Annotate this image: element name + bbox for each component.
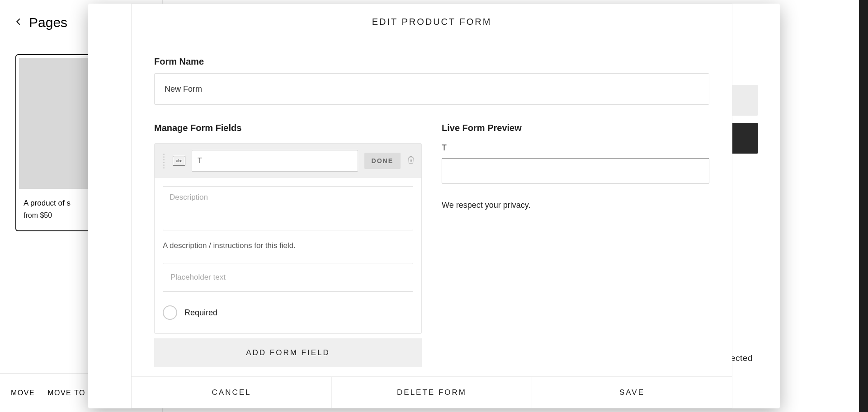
back-chevron-icon[interactable] bbox=[14, 17, 24, 28]
required-toggle[interactable] bbox=[163, 305, 177, 320]
drag-handle-icon[interactable] bbox=[161, 154, 166, 169]
description-hint: A description / instructions for this fi… bbox=[163, 241, 413, 250]
preview-field-label: T bbox=[442, 143, 709, 153]
modal-title: EDIT PRODUCT FORM bbox=[132, 4, 732, 40]
privacy-note: We respect your privacy. bbox=[442, 201, 709, 210]
move-to-button[interactable]: MOVE TO bbox=[47, 389, 85, 397]
field-type-text-icon[interactable]: abc bbox=[173, 156, 185, 166]
live-preview-heading: Live Form Preview bbox=[442, 123, 709, 133]
right-dark-strip bbox=[859, 0, 868, 412]
field-editor: abc DONE A description / instructions fo… bbox=[154, 143, 422, 334]
required-row: Required bbox=[163, 305, 413, 320]
form-name-input[interactable] bbox=[154, 73, 709, 105]
delete-form-button[interactable]: DELETE FORM bbox=[332, 377, 532, 408]
form-name-label: Form Name bbox=[154, 56, 709, 67]
field-name-input[interactable] bbox=[192, 150, 358, 172]
trash-icon[interactable] bbox=[407, 155, 415, 166]
placeholder-text-input[interactable] bbox=[163, 263, 413, 292]
cancel-button[interactable]: CANCEL bbox=[132, 377, 332, 408]
manage-fields-heading: Manage Form Fields bbox=[154, 123, 422, 133]
edit-product-form-modal: EDIT PRODUCT FORM Form Name Manage Form … bbox=[131, 4, 732, 408]
field-header-row: abc DONE bbox=[155, 144, 421, 178]
move-button[interactable]: MOVE bbox=[11, 389, 35, 397]
manage-fields-column: Manage Form Fields abc DONE bbox=[154, 123, 422, 367]
required-label: Required bbox=[184, 308, 217, 318]
save-button[interactable]: SAVE bbox=[532, 377, 732, 408]
description-textarea[interactable] bbox=[163, 186, 413, 230]
add-form-field-button[interactable]: ADD FORM FIELD bbox=[154, 338, 422, 367]
live-preview-column: Live Form Preview T We respect your priv… bbox=[442, 123, 709, 367]
field-body: A description / instructions for this fi… bbox=[155, 178, 421, 333]
modal-footer: CANCEL DELETE FORM SAVE bbox=[132, 376, 732, 408]
preview-text-input[interactable] bbox=[442, 158, 709, 183]
done-button[interactable]: DONE bbox=[364, 153, 401, 169]
